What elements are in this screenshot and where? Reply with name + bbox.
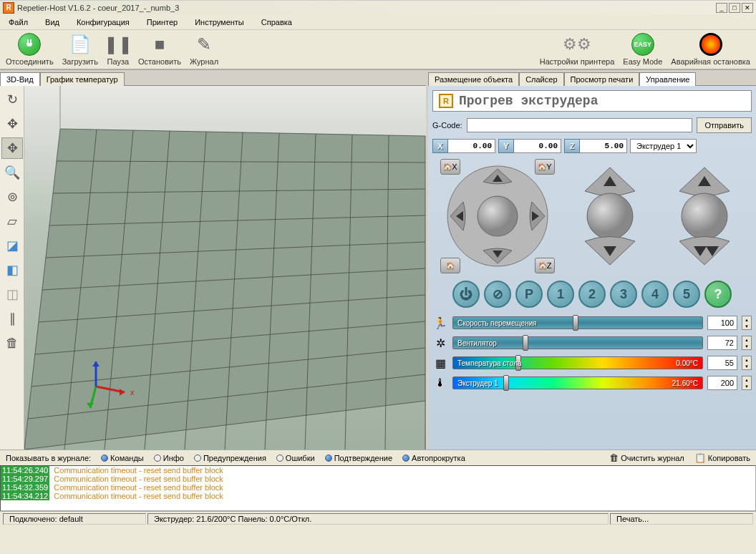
pencil-icon: ✎	[193, 33, 215, 56]
journal-label: Журнал	[190, 57, 218, 66]
front-view-tool[interactable]: ◧	[1, 259, 23, 281]
tab-control[interactable]: Управление	[639, 72, 696, 86]
z-value: 5.00	[580, 139, 627, 153]
tab-3dview[interactable]: 3D-Вид	[0, 72, 40, 86]
tab-slicer[interactable]: Слайсер	[519, 72, 563, 86]
cmd3-button[interactable]: 3	[610, 281, 637, 308]
help-button[interactable]: ?	[704, 281, 732, 308]
menu-printer[interactable]: Принтер	[144, 16, 180, 28]
close-button[interactable]: ✕	[742, 3, 753, 13]
zoom-tool[interactable]: 🔍	[1, 162, 23, 183]
stop-label: Остановить	[138, 57, 181, 66]
menu-config[interactable]: Конфигурация	[74, 16, 132, 28]
x-value: 0.00	[448, 139, 495, 153]
fan-up[interactable]: ▲	[742, 336, 751, 343]
jog-z-stop[interactable]	[587, 193, 633, 239]
cmd5-button[interactable]: 5	[673, 281, 700, 308]
pan-tool[interactable]: ✥	[1, 137, 23, 159]
jog-controls: 🏠X 🏠Y 🏠 🏠Z	[432, 159, 752, 273]
printer-settings-button[interactable]: ⚙⚙ Настройки принтера	[540, 33, 615, 66]
extruder-select[interactable]: Экструдер 1	[630, 139, 697, 153]
send-button[interactable]: Отправить	[697, 117, 752, 133]
extruder-value[interactable]: 200	[707, 376, 737, 390]
bed-down[interactable]: ▼	[742, 363, 751, 369]
top-view-tool[interactable]: ◫	[1, 283, 23, 305]
tab-print-preview[interactable]: Просмотр печати	[564, 72, 640, 86]
gcode-input[interactable]	[467, 118, 693, 132]
bed-value[interactable]: 55	[707, 356, 737, 370]
filter-ack[interactable]: Подтверждение	[325, 454, 392, 462]
emergency-label: Аварийная остановка	[671, 57, 750, 66]
clear-log-button[interactable]: 🗑Очистить журнал	[609, 452, 684, 463]
cmd1-button[interactable]: 1	[547, 281, 574, 308]
fan-value[interactable]: 72	[707, 336, 737, 350]
titlebar: R Repetier-Host V1.6.2 - coeur_2017_-_nu…	[0, 0, 756, 14]
rotate-tool[interactable]: ↻	[1, 89, 23, 110]
motors-off-button[interactable]: ⏻	[452, 281, 480, 308]
gears-icon: ⚙⚙	[566, 33, 588, 56]
filter-errors[interactable]: Ошибки	[276, 454, 315, 462]
parallel-tool[interactable]: ▱	[1, 210, 23, 232]
document-icon: 📄	[69, 33, 92, 56]
extruder-slider[interactable]: Экструдер 121.60°C	[452, 376, 703, 389]
disconnect-button[interactable]: Отсоединить	[6, 33, 54, 66]
cmd4-button[interactable]: 4	[641, 281, 669, 308]
edges-tool[interactable]: ∥	[1, 308, 23, 329]
left-panel: 3D-Вид График температур ↻ ✥ ✥ 🔍 ⊚ ▱ ◪ ◧…	[0, 70, 428, 449]
tab-tempchart[interactable]: График температур	[40, 72, 125, 86]
emergency-stop-button[interactable]: Аварийная остановка	[671, 33, 750, 66]
svg-text:x: x	[130, 388, 135, 397]
log-content[interactable]: 11:54:26.240 Communication timeout - res…	[0, 465, 756, 511]
maximize-button[interactable]: □	[729, 3, 740, 13]
ext-up[interactable]: ▲	[742, 376, 751, 383]
move-tool[interactable]: ✥	[1, 113, 23, 135]
tab-object-placement[interactable]: Размещение объекта	[428, 72, 519, 86]
load-label: Загрузить	[62, 57, 98, 66]
3d-viewport[interactable]: x	[24, 86, 426, 449]
menu-file[interactable]: Файл	[6, 16, 31, 28]
control-title: Прогрев экструдера	[459, 94, 598, 108]
repetier-icon: R	[439, 94, 453, 108]
viewport-toolbar: ↻ ✥ ✥ 🔍 ⊚ ▱ ◪ ◧ ◫ ∥ 🗑	[0, 86, 24, 449]
extruder-icon: 🌡	[432, 375, 448, 391]
extrude-button[interactable]	[679, 237, 730, 266]
window-title: Repetier-Host V1.6.2 - coeur_2017_-_numb…	[17, 4, 716, 12]
fan-down[interactable]: ▼	[742, 343, 751, 349]
menu-view[interactable]: Вид	[42, 16, 62, 28]
emergency-icon	[699, 33, 722, 56]
app-icon: R	[3, 2, 14, 14]
menu-tools[interactable]: Инструменты	[192, 16, 247, 28]
speed-up[interactable]: ▲	[742, 316, 751, 323]
filter-warnings[interactable]: Предупреждения	[194, 454, 266, 462]
cmd2-button[interactable]: 2	[578, 281, 606, 308]
speed-value[interactable]: 100	[707, 316, 737, 330]
load-button[interactable]: 📄 Загрузить	[62, 33, 98, 66]
trash-tool[interactable]: 🗑	[1, 332, 23, 354]
bed-slider[interactable]: Температура стола0.00°C	[452, 356, 703, 369]
fan-slider[interactable]: Вентилятор	[452, 336, 703, 349]
extrude-stop[interactable]	[682, 193, 727, 239]
journal-button[interactable]: ✎ Журнал	[190, 33, 218, 66]
speed-slider[interactable]: Скорость перемещения	[452, 316, 703, 329]
control-panel: R Прогрев экструдера G-Code: Отправить X…	[428, 86, 756, 449]
pause-button[interactable]: ❚❚ Пауза	[107, 33, 130, 66]
bed-icon: ▦	[432, 355, 448, 371]
iso-view-tool[interactable]: ◪	[1, 235, 23, 256]
menu-help[interactable]: Справка	[258, 16, 295, 28]
copy-log-button[interactable]: 📋Копировать	[694, 452, 750, 463]
bed-up[interactable]: ▲	[742, 356, 751, 363]
minimize-button[interactable]: _	[716, 3, 727, 13]
filter-commands[interactable]: Команды	[101, 454, 144, 462]
main-area: 3D-Вид График температур ↻ ✥ ✥ 🔍 ⊚ ▱ ◪ ◧…	[0, 70, 756, 449]
p-button[interactable]: P	[515, 281, 543, 308]
build-plate-grid: x	[24, 86, 426, 449]
filter-info[interactable]: Инфо	[154, 454, 184, 462]
ext-down[interactable]: ▼	[742, 383, 751, 389]
fit-tool[interactable]: ⊚	[1, 186, 23, 208]
speed-down[interactable]: ▼	[742, 323, 751, 329]
filter-autoscroll[interactable]: Автопрокрутка	[402, 454, 465, 462]
stop-icon: ■	[148, 33, 171, 56]
stop-button[interactable]: ■ Остановить	[138, 33, 181, 66]
easy-mode-button[interactable]: EASY Easy Mode	[623, 33, 662, 66]
park-button[interactable]: ⊘	[484, 281, 511, 308]
